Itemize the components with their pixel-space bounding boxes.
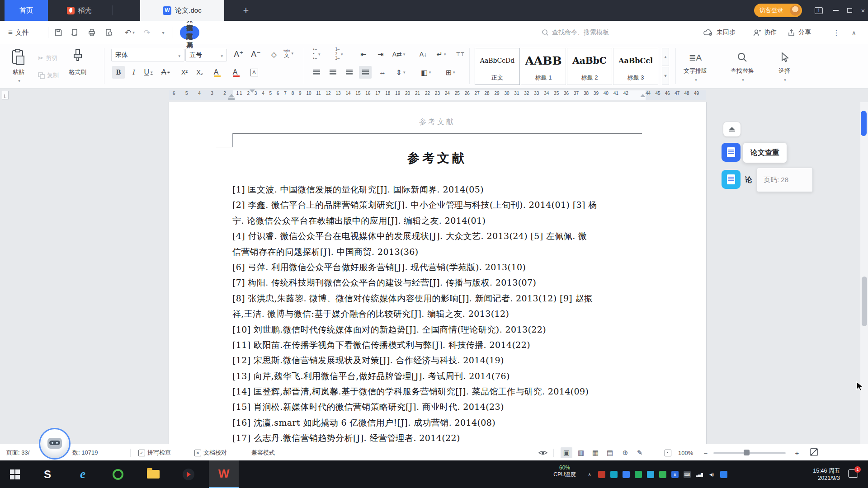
text-layout-button[interactable]: ≣A 文字排版 [684, 51, 707, 82]
font-size-select[interactable]: 五号 [185, 49, 227, 61]
close-button[interactable]: × [856, 0, 868, 21]
taskbar-file-explorer[interactable] [138, 460, 168, 488]
taskbar-clock[interactable]: 15:46 周五 2021/9/3 [787, 460, 842, 488]
distribute-button[interactable]: ↔ [376, 66, 389, 79]
minimize-button[interactable] [829, 0, 843, 21]
view-book-button[interactable]: ▤ [604, 447, 616, 458]
style-item[interactable]: AaBbCcDd 正文 [475, 48, 520, 85]
styles-scroll-up[interactable]: ▲ [662, 48, 669, 66]
bold-button[interactable]: B [112, 66, 125, 79]
more-menu-button[interactable]: ⋮ [833, 21, 840, 44]
numbered-list-button[interactable]: 1— 2— 3— [333, 48, 345, 61]
cut-button[interactable]: ✂ 剪切 [38, 54, 58, 62]
right-indent-marker[interactable] [640, 94, 646, 97]
format-painter-button[interactable]: 格式刷 [69, 49, 86, 76]
highlight-color-button[interactable]: A [210, 66, 222, 79]
taskbar-browser-360[interactable] [103, 460, 133, 488]
ribbon-tab[interactable]: 会员专享 [180, 26, 199, 39]
select-button[interactable]: 选择 [778, 51, 790, 82]
collapse-side-buttons[interactable] [723, 122, 741, 136]
start-button[interactable] [0, 460, 30, 488]
borders-button[interactable]: ⊞ [444, 66, 457, 79]
tray-app-green-icon[interactable] [635, 471, 642, 478]
paste-button[interactable]: 粘贴 [11, 49, 26, 83]
redo-button[interactable]: ↷ [141, 27, 153, 38]
styles-scroll-down[interactable]: ▼ [662, 67, 669, 85]
phonetic-guide-button[interactable]: wén 文 [282, 47, 295, 60]
tray-keyboard-icon[interactable]: ⌨ [684, 471, 691, 478]
hanging-indent-marker[interactable] [229, 94, 234, 97]
taskbar-wps[interactable]: W [209, 460, 239, 488]
save-button[interactable] [52, 27, 64, 38]
tray-app-red-icon[interactable] [598, 471, 605, 478]
maximize-button[interactable] [843, 0, 856, 21]
clear-format-button[interactable]: ◇ [268, 48, 280, 61]
zoom-dialog-button[interactable] [662, 447, 674, 458]
tab-docer[interactable]: 稻壳 [57, 0, 101, 21]
new-tab-button[interactable]: + [237, 0, 255, 21]
subscript-button[interactable]: X₂ [193, 66, 206, 79]
increase-indent-button[interactable]: ⇥ [374, 48, 387, 61]
tray-app-teal-icon[interactable] [610, 471, 618, 478]
print-preview-button[interactable] [103, 27, 115, 38]
zoom-out-button[interactable]: − [700, 447, 712, 458]
tray-shield-icon[interactable] [623, 471, 630, 478]
paper-check-button[interactable] [722, 143, 741, 162]
line-spacing-button[interactable]: ⇕ [394, 66, 407, 79]
undo-button[interactable]: ↶ [121, 27, 138, 38]
align-center-button[interactable] [326, 66, 339, 79]
fullscreen-button[interactable] [810, 448, 818, 456]
paper-reduce-button[interactable] [722, 170, 741, 189]
zoom-in-button[interactable]: + [791, 447, 803, 458]
bullet-list-button[interactable]: •— •— •— [310, 48, 323, 61]
decrease-indent-button[interactable]: ⇤ [357, 48, 370, 61]
zoom-slider-handle[interactable] [744, 450, 750, 455]
doc-proof-toggle[interactable]: ✕ 文档校对 [194, 444, 227, 461]
taskbar-ie[interactable]: e [68, 460, 98, 488]
guest-login-button[interactable]: 访客登录 [754, 4, 802, 17]
align-left-button[interactable] [310, 66, 323, 79]
spell-check-toggle[interactable]: ✓ 拼写检查 [138, 444, 171, 461]
tray-camera-icon[interactable] [647, 471, 654, 478]
font-color-button[interactable]: A [229, 66, 241, 79]
underline-button[interactable]: U [142, 66, 155, 79]
char-border-button[interactable]: A [248, 66, 260, 79]
eye-protect-button[interactable] [537, 447, 549, 458]
sync-status-button[interactable]: 未同步 [703, 21, 736, 44]
tray-search-icon[interactable] [720, 471, 727, 478]
align-right-button[interactable] [343, 66, 355, 79]
left-indent-marker[interactable] [228, 98, 235, 100]
command-search[interactable]: 查找命令、搜索模板 [542, 21, 609, 44]
find-replace-button[interactable]: 查找替换 [731, 51, 754, 82]
collaborate-button[interactable]: 协作 [753, 21, 777, 44]
style-item[interactable]: AaBbC 标题 2 [567, 48, 612, 85]
export-pdf-button[interactable] [69, 27, 80, 38]
file-menu[interactable]: ≡ 文件 [8, 21, 29, 44]
collapse-ribbon-button[interactable]: ∧ [852, 21, 856, 44]
vertical-scrollbar[interactable] [860, 102, 868, 444]
document-page[interactable]: 参考文献 参考文献 [1] 匡文波. 中国微信发展的量化研究[J]. 国际新闻界… [169, 102, 706, 444]
superscript-button[interactable]: X² [178, 66, 191, 79]
tray-expand-icon[interactable]: ∧ [586, 471, 593, 478]
print-button[interactable] [86, 27, 98, 38]
side-panel-handle[interactable] [861, 111, 867, 136]
tab-home[interactable]: 首页 [5, 0, 48, 21]
tray-bluetooth-icon[interactable]: ʙ [671, 471, 679, 478]
italic-button[interactable]: I [127, 66, 140, 79]
window-count-button[interactable]: 1 [812, 0, 826, 21]
view-page-button[interactable]: ▣ [561, 447, 572, 458]
tab-document[interactable]: W 论文.doc [140, 0, 224, 21]
view-outline-button[interactable]: ▥ [575, 447, 587, 458]
tray-network-icon[interactable]: ▂▄▆ [696, 471, 703, 478]
first-line-indent-marker[interactable] [250, 89, 255, 93]
share-button[interactable]: 分享 [788, 21, 811, 44]
scrollbar-thumb[interactable] [862, 277, 867, 326]
sort-button[interactable]: A↓ [417, 48, 429, 61]
shading-button[interactable]: ◧ [420, 66, 432, 79]
taskbar-storm-player[interactable] [174, 460, 203, 488]
zoom-slider[interactable] [713, 452, 786, 454]
copy-button[interactable]: 复制 [38, 71, 59, 80]
font-name-select[interactable]: 宋体 [111, 49, 184, 61]
strikethrough-button[interactable]: A [159, 66, 172, 79]
view-multipage-button[interactable]: ▦ [590, 447, 601, 458]
